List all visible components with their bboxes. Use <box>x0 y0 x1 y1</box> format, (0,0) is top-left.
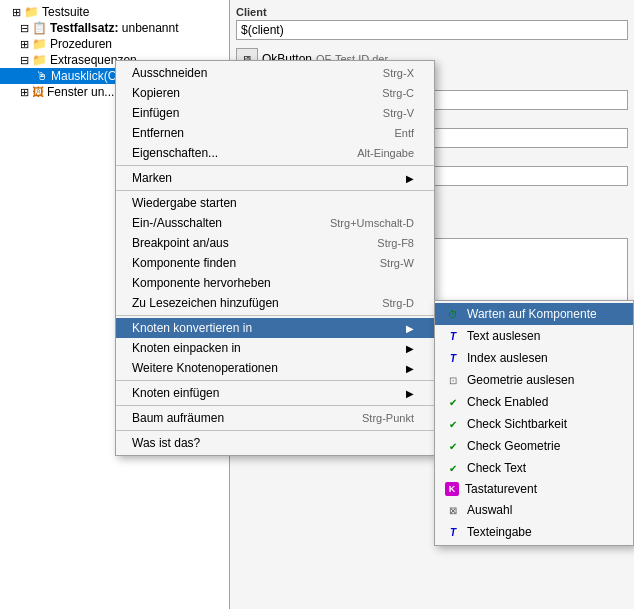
index-icon: T <box>445 350 461 366</box>
menu-item-eigenschaften[interactable]: Eigenschaften... Alt-Eingabe <box>116 143 434 163</box>
menu-label: Ein-/Ausschalten <box>132 216 300 230</box>
submenu-label: Warten auf Komponente <box>467 307 597 321</box>
menu-label: Knoten einfügen <box>132 386 398 400</box>
menu-item-weitere-knoten[interactable]: Weitere Knotenoperationen ▶ <box>116 358 434 378</box>
client-input[interactable] <box>236 20 628 40</box>
menu-label: Wiedergabe starten <box>132 196 414 210</box>
submenu-arrow-icon-3: ▶ <box>406 343 414 354</box>
menu-shortcut: Strg-V <box>383 107 414 119</box>
submenu-arrow-icon: ▶ <box>406 173 414 184</box>
separator-6 <box>116 430 434 431</box>
menu-label: Baum aufräumen <box>132 411 332 425</box>
menu-shortcut: Alt-Eingabe <box>357 147 414 159</box>
tree-label-fenster: Fenster un... <box>47 85 114 99</box>
menu-item-breakpoint[interactable]: Breakpoint an/aus Strg-F8 <box>116 233 434 253</box>
menu-item-lesezeichen[interactable]: Zu Lesezeichen hinzufügen Strg-D <box>116 293 434 313</box>
submenu-item-check-geometrie[interactable]: ✔ Check Geometrie <box>435 435 633 457</box>
check-sichtbarkeit-icon: ✔ <box>445 416 461 432</box>
tree-label-testfallsatz: Testfallsatz: unbenannt <box>50 21 179 35</box>
menu-item-einfuegen[interactable]: Einfügen Strg-V <box>116 103 434 123</box>
check-text-icon: ✔ <box>445 460 461 476</box>
text-icon: T <box>445 328 461 344</box>
separator-3 <box>116 315 434 316</box>
menu-label: Zu Lesezeichen hinzufügen <box>132 296 352 310</box>
menu-item-baum-aufraeumen[interactable]: Baum aufräumen Strg-Punkt <box>116 408 434 428</box>
menu-shortcut: Strg-C <box>382 87 414 99</box>
submenu-item-index-auslesen[interactable]: T Index auslesen <box>435 347 633 369</box>
check-enabled-icon: ✔ <box>445 394 461 410</box>
submenu-label: Check Enabled <box>467 395 548 409</box>
menu-shortcut: Strg-Punkt <box>362 412 414 424</box>
expand-icon-2: ⊟ <box>20 22 29 35</box>
submenu-label: Tastaturevent <box>465 482 537 496</box>
menu-shortcut: Strg-W <box>380 257 414 269</box>
submenu-item-tastaturevent[interactable]: K Tastaturevent <box>435 479 633 499</box>
menu-item-knoten-einfuegen[interactable]: Knoten einfügen ▶ <box>116 383 434 403</box>
menu-label: Eigenschaften... <box>132 146 327 160</box>
separator-2 <box>116 190 434 191</box>
menu-label: Breakpoint an/aus <box>132 236 347 250</box>
menu-label: Kopieren <box>132 86 352 100</box>
t-icon: T <box>445 524 461 540</box>
menu-label: Was ist das? <box>132 436 414 450</box>
menu-label: Ausschneiden <box>132 66 353 80</box>
menu-item-komponente-finden[interactable]: Komponente finden Strg-W <box>116 253 434 273</box>
submenu-label: Geometrie auslesen <box>467 373 574 387</box>
expand-icon-4: ⊟ <box>20 54 29 67</box>
separator-1 <box>116 165 434 166</box>
tree-item-prozeduren[interactable]: ⊞ 📁 Prozeduren <box>0 36 229 52</box>
menu-item-komponente-hervorheben[interactable]: Komponente hervorheben <box>116 273 434 293</box>
menu-label: Entfernen <box>132 126 364 140</box>
check-geometrie-icon: ✔ <box>445 438 461 454</box>
menu-item-entfernen[interactable]: Entfernen Entf <box>116 123 434 143</box>
submenu-arrow-icon-2: ▶ <box>406 323 414 334</box>
menu-item-ausschneiden[interactable]: Ausschneiden Strg-X <box>116 63 434 83</box>
k-icon: K <box>445 482 459 496</box>
submenu-arrow-icon-4: ▶ <box>406 363 414 374</box>
menu-item-kopieren[interactable]: Kopieren Strg-C <box>116 83 434 103</box>
submenu-label: Index auslesen <box>467 351 548 365</box>
submenu-item-geometrie-auslesen[interactable]: ⊡ Geometrie auslesen <box>435 369 633 391</box>
submenu-item-auswahl[interactable]: ⊠ Auswahl <box>435 499 633 521</box>
menu-label: Einfügen <box>132 106 353 120</box>
menu-shortcut: Strg-D <box>382 297 414 309</box>
expand-icon-3: ⊞ <box>20 38 29 51</box>
menu-shortcut: Strg-X <box>383 67 414 79</box>
submenu-item-check-text[interactable]: ✔ Check Text <box>435 457 633 479</box>
submenu-item-warten[interactable]: ⏱ Warten auf Komponente <box>435 303 633 325</box>
menu-item-was-ist-das[interactable]: Was ist das? <box>116 433 434 453</box>
menu-label: Komponente hervorheben <box>132 276 414 290</box>
expand-icon-5: ⊞ <box>20 86 29 99</box>
context-menu: Ausschneiden Strg-X Kopieren Strg-C Einf… <box>115 60 435 456</box>
submenu-item-text-auslesen[interactable]: T Text auslesen <box>435 325 633 347</box>
menu-shortcut: Strg-F8 <box>377 237 414 249</box>
submenu-label: Texteingabe <box>467 525 532 539</box>
submenu: ⏱ Warten auf Komponente T Text auslesen … <box>434 300 634 546</box>
menu-label: Marken <box>132 171 398 185</box>
tree-item-testfallsatz[interactable]: ⊟ 📋 Testfallsatz: unbenannt <box>0 20 229 36</box>
menu-item-knoten-konvertieren[interactable]: Knoten konvertieren in ▶ <box>116 318 434 338</box>
submenu-item-check-enabled[interactable]: ✔ Check Enabled <box>435 391 633 413</box>
menu-shortcut: Strg+Umschalt-D <box>330 217 414 229</box>
menu-label: Weitere Knotenoperationen <box>132 361 398 375</box>
tree-label-prozeduren: Prozeduren <box>50 37 112 51</box>
menu-label: Knoten konvertieren in <box>132 321 398 335</box>
menu-item-knoten-einpacken[interactable]: Knoten einpacken in ▶ <box>116 338 434 358</box>
submenu-label: Check Sichtbarkeit <box>467 417 567 431</box>
submenu-label: Text auslesen <box>467 329 540 343</box>
menu-shortcut: Entf <box>394 127 414 139</box>
auswahl-icon: ⊠ <box>445 502 461 518</box>
separator-5 <box>116 405 434 406</box>
submenu-label: Check Geometrie <box>467 439 560 453</box>
menu-label: Knoten einpacken in <box>132 341 398 355</box>
client-label: Client <box>236 6 628 18</box>
separator-4 <box>116 380 434 381</box>
tree-label: Testsuite <box>42 5 89 19</box>
menu-item-einausschalten[interactable]: Ein-/Ausschalten Strg+Umschalt-D <box>116 213 434 233</box>
submenu-item-texteingabe[interactable]: T Texteingabe <box>435 521 633 543</box>
submenu-item-check-sichtbarkeit[interactable]: ✔ Check Sichtbarkeit <box>435 413 633 435</box>
menu-item-wiedergabe[interactable]: Wiedergabe starten <box>116 193 434 213</box>
menu-item-marken[interactable]: Marken ▶ <box>116 168 434 188</box>
submenu-label: Check Text <box>467 461 526 475</box>
tree-item-testsuite[interactable]: ⊞ 📁 Testsuite <box>0 4 229 20</box>
